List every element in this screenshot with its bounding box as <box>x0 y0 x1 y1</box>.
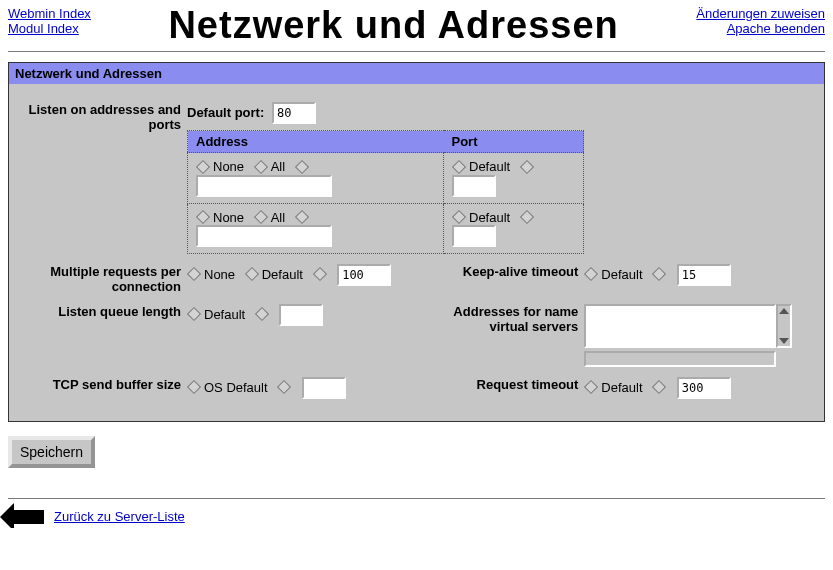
page-title: Netzwerk und Adressen <box>91 4 696 47</box>
radio-addr-all-1[interactable] <box>254 210 268 224</box>
label-multiple-requests: Multiple requests per connection <box>17 262 187 296</box>
radio-addr-all-0[interactable] <box>254 159 268 173</box>
address-table: Address Port None All Default <box>187 130 584 254</box>
radio-addr-none-1[interactable] <box>196 210 210 224</box>
label-name-virtual: Addresses for name virtual servers <box>414 302 584 369</box>
section-header: Netzwerk und Adressen <box>9 63 824 84</box>
radio-port-default-1[interactable] <box>452 210 466 224</box>
radio-queue-default[interactable] <box>187 307 201 321</box>
input-default-port[interactable] <box>272 102 316 124</box>
radio-label: All <box>271 159 285 174</box>
input-addr-1[interactable] <box>196 225 332 247</box>
radio-reqtimeout-custom[interactable] <box>652 380 666 394</box>
link-stop-apache[interactable]: Apache beenden <box>696 21 825 36</box>
radio-port-default-0[interactable] <box>452 159 466 173</box>
radio-addr-custom-0[interactable] <box>295 159 309 173</box>
table-row: None All Default <box>188 153 584 204</box>
back-arrow-icon <box>14 510 44 524</box>
radio-multireq-none[interactable] <box>187 267 201 281</box>
input-multiple-requests[interactable] <box>337 264 391 286</box>
radio-label: Default <box>469 159 510 174</box>
radio-keepalive-default[interactable] <box>584 267 598 281</box>
scroll-down-icon <box>779 338 789 344</box>
radio-addr-none-0[interactable] <box>196 159 210 173</box>
radio-label: OS Default <box>204 380 268 395</box>
link-webmin-index[interactable]: Webmin Index <box>8 6 91 21</box>
radio-tcp-custom[interactable] <box>277 380 291 394</box>
label-listen-queue: Listen queue length <box>17 302 187 369</box>
radio-label: None <box>204 267 235 282</box>
divider <box>8 498 825 499</box>
radio-label: Default <box>601 267 642 282</box>
input-port-0[interactable] <box>452 175 496 197</box>
divider <box>8 51 825 52</box>
radio-multireq-custom[interactable] <box>312 267 326 281</box>
link-back-server-list[interactable]: Zurück zu Server-Liste <box>54 509 185 524</box>
textarea-name-virtual[interactable] <box>584 304 776 348</box>
radio-reqtimeout-default[interactable] <box>584 380 598 394</box>
radio-port-custom-0[interactable] <box>520 159 534 173</box>
label-listen-addresses: Listen on addresses and ports <box>17 100 187 256</box>
scrollbar-vertical[interactable] <box>776 304 792 348</box>
label-default-port: Default port: <box>187 105 264 120</box>
radio-multireq-default[interactable] <box>245 267 259 281</box>
link-apply-changes[interactable]: Änderungen zuweisen <box>696 6 825 21</box>
radio-label: Default <box>601 380 642 395</box>
radio-label: Default <box>262 267 303 282</box>
radio-label: None <box>213 159 244 174</box>
section-network-addresses: Netzwerk und Adressen Listen on addresse… <box>8 62 825 422</box>
input-listen-queue[interactable] <box>279 304 323 326</box>
input-keepalive-timeout[interactable] <box>677 264 731 286</box>
radio-port-custom-1[interactable] <box>520 210 534 224</box>
input-request-timeout[interactable] <box>677 377 731 399</box>
radio-keepalive-custom[interactable] <box>652 267 666 281</box>
radio-label: None <box>213 210 244 225</box>
radio-queue-custom[interactable] <box>255 307 269 321</box>
label-keepalive-timeout: Keep-alive timeout <box>414 262 584 296</box>
radio-label: Default <box>204 307 245 322</box>
input-port-1[interactable] <box>452 225 496 247</box>
col-address: Address <box>188 131 444 153</box>
scrollbar-horizontal[interactable] <box>584 351 776 367</box>
input-tcp-send-buffer[interactable] <box>302 377 346 399</box>
radio-label: Default <box>469 210 510 225</box>
label-tcp-send-buffer: TCP send buffer size <box>17 375 187 401</box>
input-addr-0[interactable] <box>196 175 332 197</box>
link-modul-index[interactable]: Modul Index <box>8 21 91 36</box>
label-request-timeout: Request timeout <box>414 375 584 401</box>
radio-tcp-osdefault[interactable] <box>187 380 201 394</box>
save-button[interactable]: Speichern <box>8 436 95 468</box>
radio-label: All <box>271 210 285 225</box>
col-port: Port <box>444 131 584 153</box>
table-row: None All Default <box>188 203 584 254</box>
radio-addr-custom-1[interactable] <box>295 210 309 224</box>
scroll-up-icon <box>779 308 789 314</box>
